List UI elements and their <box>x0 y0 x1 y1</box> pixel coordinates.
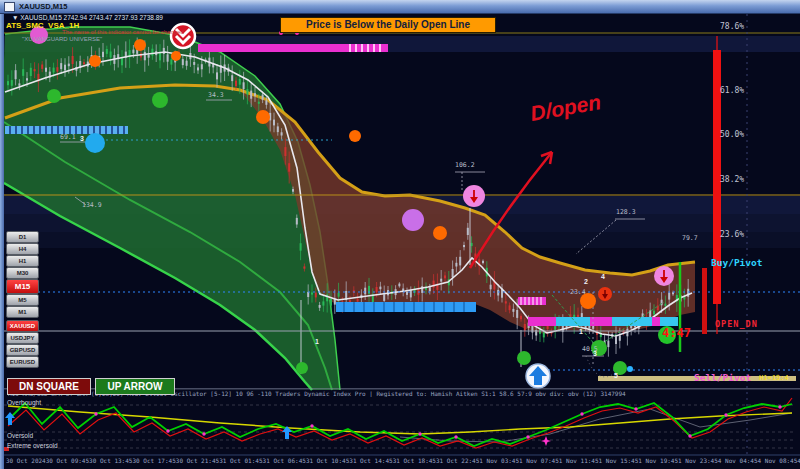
up-arrow-button[interactable]: UP ARROW <box>95 378 175 395</box>
wave-1-left: 1 <box>315 338 319 345</box>
time-tick: 1 Nov 23:45 <box>678 457 718 464</box>
time-tick: 31 Oct 22:45 <box>436 457 479 464</box>
tf-button-m30[interactable]: M30 <box>6 267 39 279</box>
daily-open-banner: Price is Below the Daily Open Line <box>280 17 496 33</box>
buy-pivot-label: Buy/Pivot <box>711 257 762 268</box>
time-tick: 31 Oct 10:45 <box>306 457 349 464</box>
wave-3: 3 <box>593 350 597 357</box>
fib-label-786: 78.6% <box>720 22 744 31</box>
symbol-button-xauusd-active[interactable]: XAUUSD <box>6 320 39 332</box>
wave-1: 1 <box>579 328 583 335</box>
down-arrow-alert-icon <box>171 24 195 48</box>
time-tick: 4 Nov 04:45 <box>718 457 758 464</box>
chart-window-icon <box>4 2 15 12</box>
time-tick: 31 Oct 01:45 <box>219 457 262 464</box>
wave-3-left: 3 <box>80 135 84 142</box>
measure-1283: 128.3 <box>616 208 636 216</box>
indicator-subnotice: "XU VANGUARD UNIVERSE" <box>22 36 102 42</box>
fib-label-500: 50.0% <box>720 130 744 139</box>
tf-button-m15-active[interactable]: M15 <box>6 279 39 294</box>
time-tick: 1 Nov 11:45 <box>559 457 599 464</box>
window-titlebar[interactable]: XAUUSD,M15 <box>0 0 800 14</box>
oversold-label: Oversold <box>7 432 33 439</box>
time-tick: 30 Oct 21:45 <box>176 457 219 464</box>
time-tick: 1 Nov 19:45 <box>638 457 678 464</box>
tf-button-m1[interactable]: M1 <box>6 306 39 318</box>
fib-label-236: 23.6% <box>720 230 744 239</box>
time-tick: 4 Nov 08:45 <box>758 457 798 464</box>
wave-5: 5 <box>614 372 618 379</box>
wave-4: 4 <box>601 273 605 280</box>
green-cloud <box>4 27 340 390</box>
fib-label-382: 38.2% <box>720 175 744 184</box>
time-tick: 30 Oct 09:45 <box>46 457 89 464</box>
tf-button-m5[interactable]: M5 <box>6 294 39 306</box>
measure-234: 23.4 <box>570 288 586 296</box>
measure-343: 34.3 <box>208 91 224 99</box>
ohlc-readout: ▼ XAUUSD,M15 2742.94 2743.47 2737.93 273… <box>12 14 163 21</box>
tf-button-h4[interactable]: H4 <box>6 243 39 255</box>
time-tick: 30 Oct 2024 <box>6 457 46 464</box>
time-tick: 1 Nov 15:45 <box>599 457 639 464</box>
wave-2: 2 <box>584 278 588 285</box>
overbought-label: Overbought <box>7 399 41 406</box>
time-tick: 31 Oct 18:45 <box>393 457 436 464</box>
indicator-notice: The name of this indicator cannot be cha… <box>62 29 184 35</box>
time-axis[interactable]: 30 Oct 2024 30 Oct 09:45 30 Oct 13:45 30… <box>6 457 774 464</box>
time-tick: 31 Oct 06:45 <box>263 457 306 464</box>
extreme-oversold-label: Extreme oversold <box>7 442 58 449</box>
trading-platform-window: XAUUSD,M15 ▼ XAUUSD,M15 2742.94 2743.47 … <box>0 0 800 469</box>
symbol-button-eurusd[interactable]: EURUSD <box>6 356 39 368</box>
measure-691: 69.1 <box>60 133 76 141</box>
measure-1062: 106.2 <box>455 161 475 169</box>
h1-timer-label: H1=19:4 <box>759 374 789 382</box>
measure-797: 79.7 <box>682 234 698 242</box>
window-left-border <box>0 0 4 469</box>
dn-square-button[interactable]: DN SQUARE <box>7 378 91 395</box>
open-dn-label: OPEN_DN <box>715 319 758 329</box>
time-tick: 30 Oct 13:45 <box>89 457 132 464</box>
symbol-button-gbpusd[interactable]: GBPUSD <box>6 344 39 356</box>
time-tick: 31 Oct 14:45 <box>349 457 392 464</box>
up-arrow-alert-icon <box>526 364 550 388</box>
symbol-button-usdjpy[interactable]: USDJPY <box>6 332 39 344</box>
tf-button-h1[interactable]: H1 <box>6 255 39 267</box>
osc-star-marker <box>541 436 551 446</box>
sell-pivot-label: Sell/Pivot <box>694 372 751 383</box>
time-tick: 30 Oct 17:45 <box>132 457 175 464</box>
measure-1349: 134.9 <box>82 201 102 209</box>
candle-countdown: 4:47 <box>662 326 691 340</box>
chart-canvas[interactable] <box>0 0 800 469</box>
time-tick: 1 Nov 03:45 <box>479 457 519 464</box>
window-title: XAUUSD,M15 <box>19 2 67 11</box>
oscillator-panel <box>1 398 796 451</box>
time-tick: 1 Nov 07:45 <box>519 457 559 464</box>
tf-button-d1[interactable]: D1 <box>6 231 39 243</box>
fib-label-618: 61.8% <box>720 86 744 95</box>
